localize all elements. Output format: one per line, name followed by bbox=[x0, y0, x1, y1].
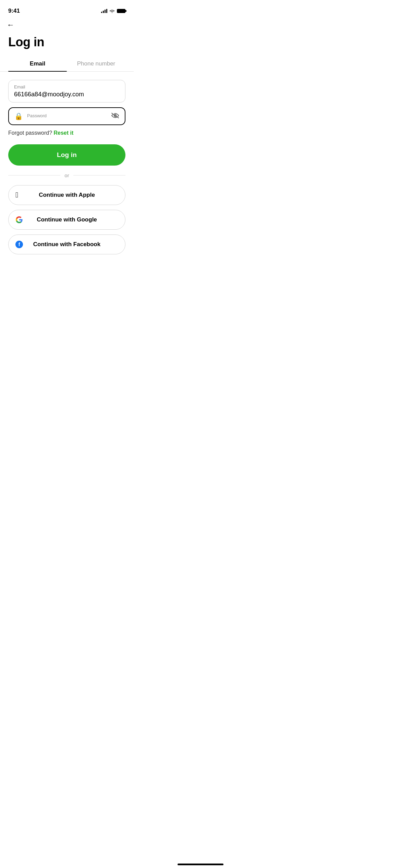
password-label: Password bbox=[27, 113, 107, 118]
wifi-icon bbox=[109, 9, 115, 13]
divider: or bbox=[8, 172, 125, 178]
login-form: Email 66166a84@moodjoy.com 🔒 Password Fo… bbox=[0, 80, 134, 254]
apple-icon:  bbox=[15, 191, 18, 199]
login-tabs: Email Phone number bbox=[0, 60, 134, 72]
lock-icon: 🔒 bbox=[14, 112, 23, 120]
signal-icon bbox=[101, 9, 107, 13]
email-label: Email bbox=[14, 84, 120, 89]
facebook-icon: f bbox=[15, 241, 23, 248]
battery-icon bbox=[117, 9, 125, 13]
login-button[interactable]: Log in bbox=[8, 144, 125, 166]
email-value[interactable]: 66166a84@moodjoy.com bbox=[14, 91, 120, 98]
google-button-label: Continue with Google bbox=[37, 216, 97, 223]
page-title: Log in bbox=[0, 29, 134, 60]
email-field-container[interactable]: Email 66166a84@moodjoy.com bbox=[8, 80, 125, 103]
password-content: Password bbox=[27, 113, 107, 120]
apple-login-button[interactable]:  Continue with Apple bbox=[8, 185, 125, 205]
status-bar: 9:41 bbox=[0, 0, 134, 17]
status-icons bbox=[101, 9, 125, 13]
divider-line-right bbox=[73, 175, 125, 176]
back-button[interactable]: ← bbox=[0, 17, 21, 29]
google-icon bbox=[15, 216, 23, 224]
tab-email[interactable]: Email bbox=[8, 60, 67, 71]
tab-phone[interactable]: Phone number bbox=[67, 60, 125, 71]
forgot-text: Forgot password? bbox=[8, 130, 52, 136]
apple-button-label: Continue with Apple bbox=[39, 192, 95, 198]
forgot-password-row: Forgot password? Reset it bbox=[8, 130, 125, 136]
facebook-login-button[interactable]: f Continue with Facebook bbox=[8, 234, 125, 254]
reset-link[interactable]: Reset it bbox=[54, 130, 74, 136]
password-field-container[interactable]: 🔒 Password bbox=[8, 107, 125, 125]
toggle-password-icon[interactable] bbox=[111, 112, 119, 120]
status-time: 9:41 bbox=[8, 8, 20, 14]
divider-text: or bbox=[64, 172, 69, 178]
google-login-button[interactable]: Continue with Google bbox=[8, 210, 125, 230]
divider-line-left bbox=[8, 175, 60, 176]
facebook-button-label: Continue with Facebook bbox=[33, 241, 100, 248]
